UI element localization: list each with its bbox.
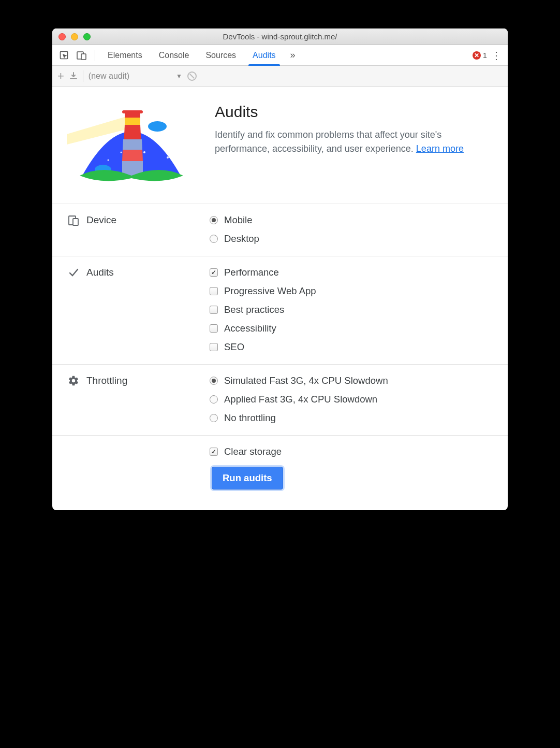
tab-label: Audits [253, 51, 275, 60]
tab-label: Console [159, 51, 189, 60]
svg-marker-18 [122, 150, 143, 161]
device-toggle-icon[interactable] [74, 48, 90, 63]
tab-audits[interactable]: Audits [245, 45, 283, 65]
check-icon [68, 267, 79, 278]
svg-point-7 [162, 141, 164, 143]
learn-more-link[interactable]: Learn more [416, 143, 464, 154]
option-label: Applied Fast 3G, 4x CPU Slowdown [224, 394, 377, 405]
tab-sources[interactable]: Sources [198, 45, 243, 65]
checkbox-icon [210, 343, 218, 351]
svg-point-11 [108, 160, 109, 161]
radio-icon [210, 377, 218, 385]
tab-label: Elements [108, 51, 142, 60]
svg-point-8 [143, 151, 145, 153]
error-icon: ✕ [473, 51, 481, 60]
svg-marker-17 [123, 139, 142, 150]
option-label: No throttling [224, 412, 276, 424]
lighthouse-illustration-icon [67, 103, 196, 186]
checkbox-icon [210, 287, 218, 295]
audit-option-seo[interactable]: SEO [210, 341, 493, 353]
settings-kebab-icon[interactable]: ⋮ [489, 49, 504, 62]
option-label: Best practices [224, 304, 284, 315]
run-audits-button[interactable]: Run audits [212, 467, 283, 490]
tab-label: Sources [205, 51, 236, 60]
tab-console[interactable]: Console [152, 45, 197, 65]
throttling-option-simulated[interactable]: Simulated Fast 3G, 4x CPU Slowdown [210, 375, 493, 386]
download-icon[interactable] [69, 72, 78, 80]
new-audit-icon[interactable]: + [57, 69, 64, 83]
chevron-down-icon: ▼ [176, 73, 182, 80]
device-icon [68, 214, 79, 226]
checkbox-icon [210, 268, 218, 277]
clear-storage-option[interactable]: Clear storage [210, 446, 493, 457]
audit-selector-value: (new audit) [89, 71, 129, 81]
audit-option-best-practices[interactable]: Best practices [210, 304, 493, 315]
audit-option-accessibility[interactable]: Accessibility [210, 323, 493, 334]
checkbox-icon [210, 324, 218, 333]
throttling-label: Throttling [86, 375, 127, 386]
audits-heading: Audits [215, 103, 493, 121]
section-device: Device Mobile Desktop [52, 204, 508, 256]
audits-hero: Audits Identify and fix common problems … [52, 87, 508, 204]
divider [83, 70, 83, 82]
radio-icon [210, 395, 218, 404]
checkbox-icon [210, 448, 218, 456]
option-label: Desktop [224, 233, 259, 244]
audits-label: Audits [86, 267, 114, 278]
option-label: SEO [224, 341, 244, 353]
option-label: Clear storage [224, 446, 282, 457]
radio-icon [210, 414, 218, 422]
svg-point-9 [121, 152, 122, 153]
radio-icon [210, 216, 218, 224]
svg-point-5 [97, 147, 99, 148]
devtools-window: DevTools - wind-sprout.glitch.me/ Elemen… [52, 28, 508, 510]
close-traffic-icon[interactable] [58, 33, 66, 40]
error-count-badge[interactable]: ✕ 1 [473, 51, 487, 60]
device-option-desktop[interactable]: Desktop [210, 233, 493, 244]
option-label: Mobile [224, 214, 253, 226]
svg-rect-20 [122, 110, 143, 113]
titlebar: DevTools - wind-sprout.glitch.me/ [52, 28, 508, 45]
svg-rect-24 [73, 219, 78, 225]
device-option-mobile[interactable]: Mobile [210, 214, 493, 226]
section-audits: Audits Performance Progressive Web App B… [52, 256, 508, 364]
traffic-lights [58, 33, 91, 40]
section-throttling: Throttling Simulated Fast 3G, 4x CPU Slo… [52, 364, 508, 435]
svg-point-21 [148, 121, 167, 132]
gear-icon [68, 375, 79, 386]
tab-strip: Elements Console Sources Audits » ✕ 1 ⋮ [52, 45, 508, 66]
audit-option-pwa[interactable]: Progressive Web App [210, 285, 493, 297]
audit-toolbar: + (new audit) ▼ [52, 66, 508, 87]
throttling-option-none[interactable]: No throttling [210, 412, 493, 424]
window-title: DevTools - wind-sprout.glitch.me/ [52, 32, 508, 41]
checkbox-icon [210, 306, 218, 314]
audit-selector[interactable]: (new audit) ▼ [89, 71, 182, 81]
audits-description: Identify and fix common problems that af… [215, 128, 493, 156]
audit-option-performance[interactable]: Performance [210, 267, 493, 278]
radio-icon [210, 235, 218, 243]
option-label: Accessibility [224, 323, 276, 334]
element-picker-icon[interactable] [56, 48, 72, 63]
divider [95, 50, 95, 61]
tab-elements[interactable]: Elements [100, 45, 150, 65]
throttling-option-applied[interactable]: Applied Fast 3G, 4x CPU Slowdown [210, 394, 493, 405]
clear-icon[interactable] [187, 71, 197, 81]
panel-body: Audits Identify and fix common problems … [52, 87, 508, 510]
more-tabs-icon[interactable]: » [285, 48, 301, 63]
error-count: 1 [483, 51, 487, 60]
option-label: Performance [224, 267, 279, 278]
minimize-traffic-icon[interactable] [71, 33, 78, 40]
option-label: Simulated Fast 3G, 4x CPU Slowdown [224, 375, 388, 386]
svg-point-10 [167, 156, 169, 159]
svg-rect-14 [125, 118, 140, 125]
zoom-traffic-icon[interactable] [83, 33, 91, 40]
device-label: Device [86, 214, 116, 226]
option-label: Progressive Web App [224, 285, 316, 297]
svg-rect-2 [81, 54, 86, 60]
hero-text: Audits Identify and fix common problems … [215, 103, 493, 156]
